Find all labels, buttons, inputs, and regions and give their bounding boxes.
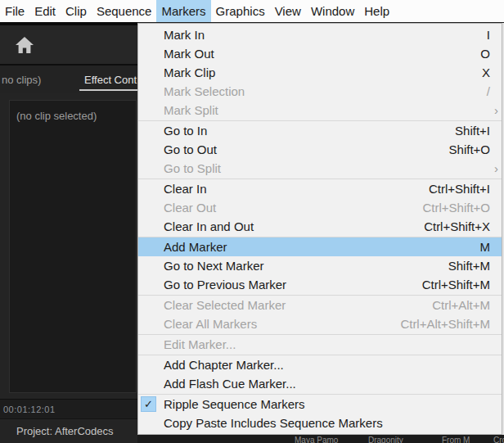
- menu-item-ripple-sequence-markers[interactable]: ✓ Ripple Sequence Markers: [138, 395, 502, 414]
- menu-item-clear-all-markers: Clear All Markers Ctrl+Alt+Shift+M: [138, 314, 502, 333]
- menu-item-add-chapter-marker[interactable]: Add Chapter Marker...: [138, 355, 502, 374]
- menu-item-mark-in[interactable]: Mark In I: [138, 25, 502, 44]
- menu-item-clear-in-and-out[interactable]: Clear In and Out Ctrl+Shift+X: [138, 217, 502, 236]
- menu-item-go-to-out[interactable]: Go to Out Shift+O: [138, 140, 502, 159]
- effect-controls-panel-body: (no clip selected): [0, 93, 137, 399]
- tab-effect-controls[interactable]: Effect Cont: [84, 74, 137, 86]
- tab-source-truncated[interactable]: no clips): [2, 74, 41, 86]
- menu-item-mark-split: Mark Split ›: [138, 101, 502, 120]
- menu-item-mark-out[interactable]: Mark Out O: [138, 44, 502, 63]
- menu-item-edit-marker: Edit Marker...: [138, 335, 502, 354]
- menubar-item-file[interactable]: File: [0, 0, 29, 22]
- app-background-left: no clips) Effect Cont (no clip selected)…: [0, 22, 137, 443]
- menubar-item-graphics[interactable]: Graphics: [211, 0, 270, 22]
- menubar-item-sequence[interactable]: Sequence: [92, 0, 157, 22]
- header-toolbar: [0, 25, 137, 66]
- premiere-app-window: File Edit Clip Sequence Markers Graphics…: [0, 0, 504, 443]
- active-tab-underline: [79, 89, 137, 91]
- menu-item-clear-in[interactable]: Clear In Ctrl+Shift+I: [138, 179, 502, 198]
- timeline-clip-label: Dragonity: [368, 436, 403, 443]
- menubar: File Edit Clip Sequence Markers Graphics…: [0, 0, 504, 22]
- menu-item-clear-out: Clear Out Ctrl+Shift+O: [138, 198, 502, 217]
- menu-item-mark-selection: Mark Selection /: [138, 82, 502, 101]
- menu-item-go-to-split: Go to Split ›: [138, 159, 502, 178]
- timecode-display[interactable]: 00:01:12:01: [3, 405, 56, 414]
- timecode-row: 00:01:12:01: [0, 399, 137, 418]
- menu-item-add-flash-cue-marker[interactable]: Add Flash Cue Marker...: [138, 374, 502, 393]
- checkmark-icon: ✓: [144, 398, 153, 410]
- timeline-clip-label: Croft: [493, 436, 504, 443]
- timeline-strip: Maya Pamo Dragonity From M Croft: [137, 435, 504, 443]
- checked-indicator: ✓: [141, 396, 156, 412]
- menubar-item-window[interactable]: Window: [306, 0, 359, 22]
- submenu-arrow-icon: ›: [494, 161, 498, 174]
- menubar-item-help[interactable]: Help: [359, 0, 394, 22]
- submenu-arrow-icon: ›: [494, 103, 498, 115]
- menubar-item-markers[interactable]: Markers: [156, 0, 210, 22]
- effect-controls-empty-area: (no clip selected): [9, 100, 137, 393]
- home-icon[interactable]: [15, 36, 34, 54]
- menu-item-go-to-previous-marker[interactable]: Go to Previous Marker Ctrl+Shift+M: [138, 275, 502, 294]
- menu-item-mark-clip[interactable]: Mark Clip X: [138, 63, 502, 82]
- menu-item-add-marker[interactable]: Add Marker M: [138, 237, 502, 256]
- menubar-item-clip[interactable]: Clip: [61, 0, 92, 22]
- panel-tab-strip: no clips) Effect Cont: [0, 66, 137, 93]
- markers-menu: Mark In I Mark Out O Mark Clip X Mark Se…: [137, 23, 502, 435]
- menu-item-go-to-next-marker[interactable]: Go to Next Marker Shift+M: [138, 256, 502, 275]
- project-panel-header: Project: AfterCodecs: [0, 418, 137, 443]
- menubar-item-edit[interactable]: Edit: [29, 0, 61, 22]
- no-clip-selected-message: (no clip selected): [16, 110, 97, 122]
- menu-item-copy-paste-includes-sequence-markers[interactable]: Copy Paste Includes Sequence Markers: [138, 414, 502, 432]
- project-tab-label[interactable]: Project: AfterCodecs: [16, 425, 114, 437]
- menu-item-clear-selected-marker: Clear Selected Marker Ctrl+Alt+M: [138, 296, 502, 314]
- menu-item-go-to-in[interactable]: Go to In Shift+I: [138, 121, 502, 140]
- timeline-clip-label: From M: [442, 436, 470, 443]
- menubar-item-view[interactable]: View: [270, 0, 306, 22]
- timeline-clip-label: Maya Pamo: [295, 436, 338, 443]
